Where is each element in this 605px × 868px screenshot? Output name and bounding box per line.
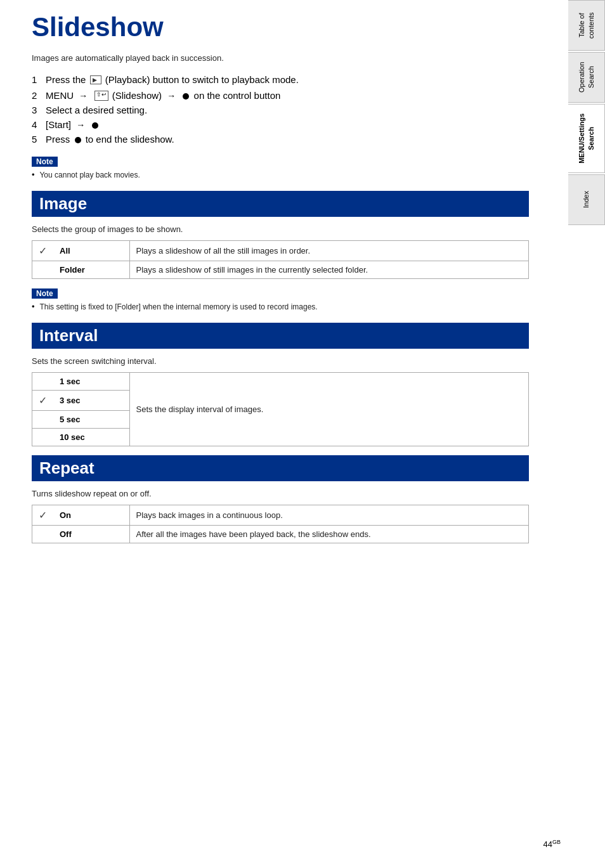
checkmark-icon: ✓ — [39, 510, 47, 521]
check-cell: ✓ — [32, 505, 54, 526]
check-cell: ✓ — [32, 241, 54, 261]
table-row: ✓ On Plays back images in a continuous l… — [32, 505, 529, 526]
page-number: 44GB — [543, 839, 561, 849]
image-options-table: ✓ All Plays a slideshow of all the still… — [32, 240, 529, 279]
step-text-4: [Start] → — [46, 119, 100, 130]
option-desc: After all the images have been played ba… — [129, 526, 529, 543]
image-section-header: Image — [32, 191, 529, 217]
page-title: Slideshow — [32, 13, 529, 42]
intro-text: Images are automatically played back in … — [32, 53, 529, 63]
option-name: 3 sec — [53, 391, 129, 411]
check-cell — [32, 429, 54, 446]
interval-section-header: Interval — [32, 323, 529, 349]
repeat-section: Repeat Turns slideshow repeat on or off.… — [32, 455, 529, 543]
sidebar: Table ofcontents OperationSearch MENU/Se… — [562, 0, 605, 868]
option-name: 5 sec — [53, 411, 129, 429]
note-text-image: This setting is fixed to [Folder] when t… — [39, 302, 317, 311]
image-section-desc: Selects the group of images to be shown. — [32, 224, 529, 234]
option-desc: Plays back images in a continuous loop. — [129, 505, 529, 526]
table-row: Off After all the images have been playe… — [32, 526, 529, 543]
image-section: Image Selects the group of images to be … — [32, 191, 529, 311]
step-num-5: 5 — [32, 134, 46, 145]
option-desc: Plays a slideshow of all the still image… — [129, 241, 529, 261]
interval-options-table: 1 sec Sets the display interval of image… — [32, 372, 529, 446]
check-cell — [32, 261, 54, 279]
note-label-1: Note — [32, 157, 58, 167]
step-5: 5 Press to end the slideshow. — [32, 134, 529, 145]
table-row: 1 sec Sets the display interval of image… — [32, 373, 529, 391]
sidebar-tab-toc[interactable]: Table ofcontents — [568, 0, 605, 51]
bullet-circle — [183, 93, 189, 100]
step-text-1: Press the (Playback) button to switch to… — [46, 74, 299, 85]
table-row: ✓ All Plays a slideshow of all the still… — [32, 241, 529, 261]
note-box-image: Note • This setting is fixed to [Folder]… — [32, 288, 529, 311]
step-1: 1 Press the (Playback) button to switch … — [32, 74, 529, 85]
step-num-1: 1 — [32, 74, 46, 85]
steps-list: 1 Press the (Playback) button to switch … — [32, 74, 529, 145]
step-2: 2 MENU → ⇧↩ (Slideshow) → on the control… — [32, 89, 529, 101]
sidebar-tab-menu[interactable]: MENU/SettingsSearch — [568, 104, 605, 173]
note-text-1: You cannot play back movies. — [39, 171, 140, 179]
option-name: 1 sec — [53, 373, 129, 391]
note-label-image: Note — [32, 288, 58, 299]
check-cell — [32, 373, 54, 391]
step-4: 4 [Start] → — [32, 119, 529, 130]
check-cell — [32, 526, 54, 543]
step-text-3: Select a desired setting. — [46, 105, 147, 115]
sidebar-tab-index[interactable]: Index — [568, 174, 605, 225]
step-num-3: 3 — [32, 105, 46, 115]
option-desc: Sets the display interval of images. — [129, 373, 529, 446]
check-cell — [32, 411, 54, 429]
checkmark-icon: ✓ — [39, 245, 47, 256]
option-name: Off — [53, 526, 129, 543]
note-box-1: Note • You cannot play back movies. — [32, 156, 529, 179]
sidebar-tab-operation[interactable]: OperationSearch — [568, 52, 605, 103]
checkmark-icon: ✓ — [39, 395, 47, 406]
interval-section-desc: Sets the screen switching interval. — [32, 356, 529, 366]
table-row: Folder Plays a slideshow of still images… — [32, 261, 529, 279]
main-content: Slideshow Images are automatically playe… — [19, 0, 542, 565]
bullet-circle-5 — [75, 137, 81, 143]
bullet-circle-4 — [92, 122, 98, 129]
repeat-section-header: Repeat — [32, 455, 529, 481]
playback-icon — [90, 75, 101, 84]
step-text-5: Press to end the slideshow. — [46, 134, 174, 145]
option-desc: Plays a slideshow of still images in the… — [129, 261, 529, 279]
repeat-options-table: ✓ On Plays back images in a continuous l… — [32, 505, 529, 543]
option-name: Folder — [53, 261, 129, 279]
step-text-2: MENU → ⇧↩ (Slideshow) → on the control b… — [46, 89, 280, 101]
step-num-4: 4 — [32, 119, 46, 130]
step-num-2: 2 — [32, 90, 46, 101]
step-3: 3 Select a desired setting. — [32, 105, 529, 115]
repeat-section-desc: Turns slideshow repeat on or off. — [32, 489, 529, 498]
check-cell: ✓ — [32, 391, 54, 411]
option-name: All — [53, 241, 129, 261]
option-name: On — [53, 505, 129, 526]
option-name: 10 sec — [53, 429, 129, 446]
interval-section: Interval Sets the screen switching inter… — [32, 323, 529, 446]
